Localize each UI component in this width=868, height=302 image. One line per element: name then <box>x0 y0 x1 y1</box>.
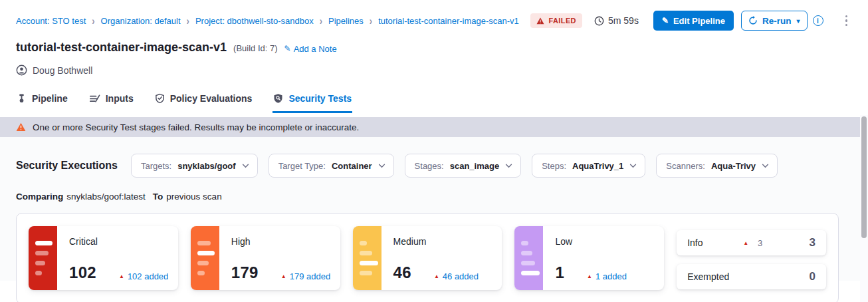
filter-value: AquaTrivy_1 <box>572 161 623 171</box>
target-type-filter-dropdown[interactable]: Target Type: Container <box>269 154 394 178</box>
info-icon[interactable]: i <box>813 15 823 26</box>
breadcrumb-items: Account: STO test › Organization: defaul… <box>16 16 519 26</box>
info-label: Info <box>687 237 743 248</box>
filter-label: Stages: <box>415 161 444 171</box>
medium-severity-bars-icon <box>353 226 381 290</box>
info-delta: ▲ 3 <box>743 238 762 248</box>
tab-pipeline[interactable]: Pipeline <box>16 87 68 113</box>
tab-label: Policy Evaluations <box>170 93 253 104</box>
comparing-line: Comparing snyklabs/goof:latest To previo… <box>16 192 868 202</box>
low-severity-bars-icon <box>514 226 543 290</box>
severity-label: Medium <box>393 236 494 247</box>
filter-label: Target Type: <box>278 161 326 171</box>
edit-pipeline-button[interactable]: ✎ Edit Pipeline <box>653 11 734 31</box>
filter-label: Targets: <box>141 161 171 171</box>
severity-delta-text: 102 added <box>128 271 168 281</box>
breadcrumb-pipelines[interactable]: Pipelines <box>328 16 364 26</box>
page-title: tutorial-test-container-image-scan-v1 <box>16 41 227 55</box>
author-row: Doug Bothwell <box>16 65 856 76</box>
severity-label: High <box>231 236 332 247</box>
inputs-icon <box>89 94 100 104</box>
info-count: 3 <box>810 236 815 249</box>
chevron-right-icon: › <box>92 15 94 27</box>
build-id: (Build Id: 7) <box>233 43 277 53</box>
breadcrumb-organization[interactable]: Organization: default <box>101 16 181 26</box>
rerun-label: Re-run <box>762 16 792 26</box>
low-severity-card: Low 1 ▲ 1 added <box>514 226 664 290</box>
rerun-button[interactable]: Re-run ▾ <box>741 11 808 31</box>
triangle-up-icon: ▲ <box>587 273 592 279</box>
severity-delta: ▲ 1 added <box>587 271 627 281</box>
stages-filter-dropdown[interactable]: Stages: scan_image <box>405 154 522 178</box>
chevron-right-icon: › <box>370 15 372 27</box>
targets-filter-dropdown[interactable]: Targets: snyklabs/goof <box>131 154 258 178</box>
comparing-target: snyklabs/goof:latest <box>66 192 146 202</box>
warning-triangle-icon <box>16 122 26 132</box>
pencil-icon: ✎ <box>284 44 291 53</box>
severity-delta-text: 1 added <box>596 271 627 281</box>
triangle-up-icon: ▲ <box>119 273 124 279</box>
comparing-to-label: To <box>153 192 163 202</box>
security-executions-section: Security Executions Targets: snyklabs/go… <box>0 137 868 281</box>
scrollbar-track[interactable] <box>860 115 868 302</box>
status-badge: FAILED <box>530 13 582 28</box>
high-severity-bars-icon <box>191 226 219 290</box>
tab-policy-evaluations[interactable]: Policy Evaluations <box>154 87 253 113</box>
scanners-filter-dropdown[interactable]: Scanners: Aqua-Trivy <box>656 154 778 178</box>
critical-severity-bars-icon <box>29 226 57 290</box>
tab-bar: Pipeline Inputs Policy Evaluations <box>0 87 868 113</box>
title-row: tutorial-test-container-image-scan-v1 (B… <box>16 41 856 55</box>
tab-security-tests[interactable]: Security Tests <box>272 87 352 113</box>
exempted-count: 0 <box>810 270 815 283</box>
chevron-down-icon <box>629 164 637 168</box>
add-note-link[interactable]: ✎ Add a Note <box>284 44 337 54</box>
breadcrumb-account[interactable]: Account: STO test <box>16 16 86 26</box>
filter-label: Steps: <box>542 161 566 171</box>
breadcrumb-pipeline-name[interactable]: tutorial-test-container-image-scan-v1 <box>378 16 519 26</box>
info-card: Info ▲ 3 3 <box>677 230 826 255</box>
triangle-up-icon: ▲ <box>281 273 286 279</box>
triangle-up-icon: ▲ <box>434 273 439 279</box>
duration-value: 5m 59s <box>608 15 639 26</box>
comparing-label: Comparing <box>16 192 63 202</box>
steps-filter-dropdown[interactable]: Steps: AquaTrivy_1 <box>532 154 645 178</box>
filter-value: Container <box>332 161 372 171</box>
more-options-menu[interactable] <box>843 13 850 29</box>
chevron-right-icon: › <box>320 15 322 27</box>
tab-inputs[interactable]: Inputs <box>88 87 134 113</box>
caret-down-icon[interactable]: ▾ <box>796 17 800 25</box>
comparing-baseline: previous scan <box>166 192 221 202</box>
severity-label: Low <box>555 236 656 247</box>
warning-banner-text: One or more Security Test stages failed.… <box>33 122 359 132</box>
filter-value: snyklabs/goof <box>177 161 235 171</box>
severity-count: 179 <box>231 263 259 282</box>
severity-count: 1 <box>555 263 564 282</box>
add-note-label: Add a Note <box>294 44 337 54</box>
pencil-icon: ✎ <box>662 16 669 25</box>
breadcrumb: Account: STO test › Organization: defaul… <box>16 11 856 31</box>
filter-label: Scanners: <box>666 161 705 171</box>
warning-banner: One or more Security Test stages failed.… <box>0 117 860 137</box>
severity-delta: ▲ 179 added <box>281 271 330 281</box>
pipeline-icon <box>17 93 27 104</box>
tab-label: Security Tests <box>288 93 352 104</box>
pipeline-execution-page: Account: STO test › Organization: defaul… <box>0 0 868 302</box>
severity-label: Critical <box>69 236 170 247</box>
chevron-down-icon <box>378 164 385 168</box>
filter-value: scan_image <box>450 161 499 171</box>
duration: 5m 59s <box>594 15 639 26</box>
clock-icon <box>594 16 604 26</box>
chevron-down-icon <box>505 164 512 168</box>
header: Account: STO test › Organization: defaul… <box>0 0 868 76</box>
scrollbar-thumb[interactable] <box>861 116 867 238</box>
status-badge-label: FAILED <box>548 17 576 25</box>
severity-delta: ▲ 46 added <box>434 271 479 281</box>
critical-severity-card: Critical 102 ▲ 102 added <box>29 226 178 290</box>
breadcrumb-project[interactable]: Project: dbothwell-sto-sandbox <box>195 16 314 26</box>
severity-count: 102 <box>69 263 96 282</box>
chevron-down-icon <box>762 164 769 168</box>
issues-overview-card: Critical 102 ▲ 102 added High <box>16 213 839 302</box>
warning-triangle-icon <box>536 17 544 25</box>
edit-pipeline-label: Edit Pipeline <box>673 16 725 26</box>
security-shield-icon <box>273 93 283 104</box>
